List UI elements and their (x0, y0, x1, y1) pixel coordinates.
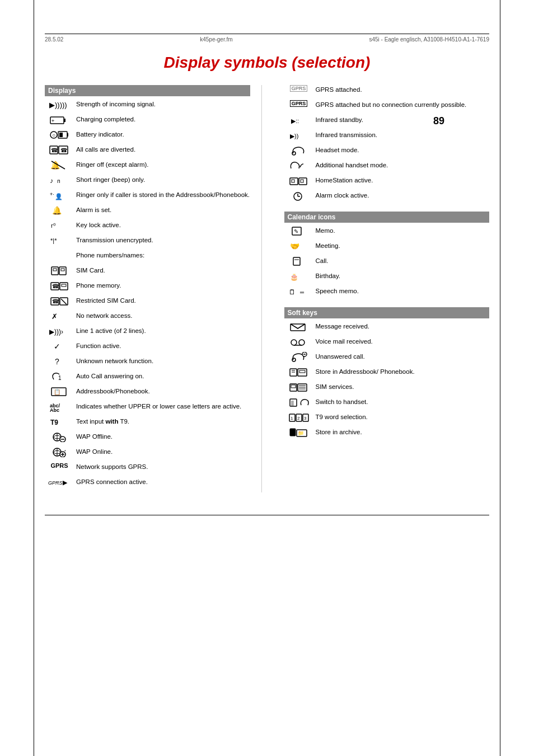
unanswered-icon (284, 352, 313, 362)
voicemail-desc: Voice mail received. (313, 337, 490, 346)
gprs-solid-desc: GPRS attached but no connection currentl… (313, 100, 490, 109)
abc-desc: Indicates whether UPPER or lower case le… (74, 402, 250, 411)
t9-with-bold: with (105, 418, 118, 425)
list-item: 🗒 ═ Speech memo. (284, 287, 490, 299)
list-item: ☎ ☎ All calls are diverted. (45, 145, 250, 157)
phone-mem-icon: ☎ (45, 281, 74, 291)
svg-rect-8 (59, 133, 63, 137)
abc-icon: abc/ Abc (45, 402, 74, 412)
list-item: 📁 Store in archive. (284, 428, 490, 440)
right-column: GPRS GPRS attached. GPRS GPRS attached b… (279, 85, 490, 492)
list-item: GPRS Network supports GPRS. (45, 462, 250, 475)
list-item: +· 👤 Ringer only if caller is stored in … (45, 190, 250, 203)
line1-desc: Line 1 active (of 2 lines). (74, 326, 250, 335)
svg-text:☎: ☎ (52, 283, 59, 289)
content-columns: Displays ▶))))) Strength of incoming sig… (45, 85, 489, 492)
homestation-icon (284, 176, 313, 186)
svg-rect-100 (290, 429, 296, 436)
store-archive-icon: 📁 (284, 428, 313, 438)
svg-text:ᴨ: ᴨ (57, 178, 60, 184)
list-item: Voice mail received. (284, 337, 490, 349)
list-item: 1 2 3 T9 word selection. (284, 412, 490, 425)
meta-model: s45i - Eagle englisch, A31008-H4510-A1-1… (369, 36, 489, 43)
gprs-solid-box-icon: GPRS (284, 100, 313, 107)
gprs-dashed-desc: GPRS attached. (313, 85, 490, 94)
list-item: 🤝 Meeting. (284, 241, 490, 253)
left-margin-bar (34, 0, 34, 756)
list-item: WAP Offline. (45, 432, 250, 444)
store-addr-icon (284, 367, 313, 377)
svg-text:▶)): ▶)) (290, 133, 298, 139)
switch-handset-icon: || (284, 397, 313, 407)
function-icon: ✓ (45, 341, 74, 351)
svg-text:r⁰: r⁰ (51, 222, 56, 229)
charging-desc: Charging completed. (74, 115, 250, 124)
list-item: * WAP Online. (45, 447, 250, 459)
gprs-arrow-icon: GPRS ▶ (45, 477, 74, 487)
sim-card-icon (45, 266, 74, 276)
phone-numbers-desc: Phone numbers/names: (74, 251, 250, 260)
svg-rect-2 (64, 119, 65, 122)
t9-icon: T9 (45, 417, 74, 427)
list-item: GPRS GPRS attached. (284, 85, 490, 97)
svg-point-75 (291, 340, 297, 345)
ring-caller-icon: +· 👤 (45, 190, 74, 200)
list-item: SIM Card. (45, 266, 250, 278)
meta-file: k45pe-ger.fm (200, 36, 232, 43)
restricted-icon: ☎ (45, 296, 74, 306)
list-item: 📋 Addressbook/Phonebook. (45, 387, 250, 399)
svg-text:▶::: ▶:: (291, 118, 299, 124)
svg-text:☎: ☎ (52, 298, 59, 304)
wap-offline-icon (45, 432, 74, 442)
alarm-clock-desc: Alarm clock active. (313, 191, 490, 200)
list-item: 🔔 Alarm is set. (45, 205, 250, 218)
list-item: Call. (284, 256, 490, 269)
wap-online-icon: * (45, 447, 74, 457)
svg-rect-87 (291, 385, 296, 388)
svg-rect-25 (61, 269, 64, 271)
list-item: Store in Addressbook/ Phonebook. (284, 367, 490, 379)
list-item: *|* Transmission unencrypted. (45, 236, 250, 248)
svg-text:🎂: 🎂 (290, 273, 298, 281)
battery-desc: Battery indicator. (74, 130, 250, 139)
list-item: 🎂 Birthday. (284, 271, 490, 284)
list-item: ▶:: Infrared standby. (284, 115, 490, 128)
list-item: ✓ Function active. (45, 341, 250, 354)
list-item: ▶))))) Strength of incoming signal. (45, 100, 250, 112)
addressbook-icon: 📋 (45, 387, 74, 397)
page-title: Display symbols (selection) (45, 54, 489, 72)
svg-text:🔔: 🔔 (52, 206, 62, 215)
list-item: SIM services. (284, 382, 490, 395)
svg-rect-60 (292, 180, 294, 182)
list-item: ☎ Restricted SIM Card. (45, 296, 250, 308)
gprs-label: GPRS (50, 462, 68, 469)
list-item: ♪ ᴨ Short ringer (beep) only. (45, 175, 250, 187)
t9-desc: Text input with T9. (74, 417, 250, 426)
svg-text:3: 3 (304, 416, 307, 421)
left-column: Displays ▶))))) Strength of incoming sig… (45, 85, 262, 492)
bottom-line (45, 515, 489, 515)
svg-text:☎: ☎ (51, 147, 58, 153)
message-recv-desc: Message received. (313, 322, 490, 331)
svg-text:🤝: 🤝 (290, 242, 300, 251)
svg-text:+: + (51, 118, 54, 124)
list-item: T9 Text input with T9. (45, 417, 250, 429)
list-item: Phone numbers/names: (45, 251, 250, 263)
page-container: 28.5.02 k45pe-ger.fm s45i - Eagle englis… (0, 0, 534, 756)
svg-text:*: * (64, 449, 66, 453)
list-item: ▶)))› Line 1 active (of 2 lines). (45, 326, 250, 339)
unknown-net-icon: ? (45, 356, 74, 367)
voicemail-icon (284, 337, 313, 347)
homestation-desc: HomeStation active. (313, 176, 490, 185)
alarm-icon: 🔔 (45, 205, 74, 215)
short-ring-icon: ♪ ᴨ (45, 175, 74, 185)
unanswered-desc: Unanswered call. (313, 352, 490, 361)
calendar-header: Calendar icons (284, 212, 490, 223)
memo-icon: ✎ (284, 226, 313, 236)
list-item: ○ Battery indicator. (45, 130, 250, 142)
no-network-desc: No network access. (74, 311, 250, 320)
signal-desc: Strength of incoming signal. (74, 100, 250, 109)
svg-text:📁: 📁 (298, 430, 305, 436)
list-item: r⁰ Key lock active. (45, 220, 250, 233)
phone-mem-desc: Phone memory. (74, 281, 250, 290)
